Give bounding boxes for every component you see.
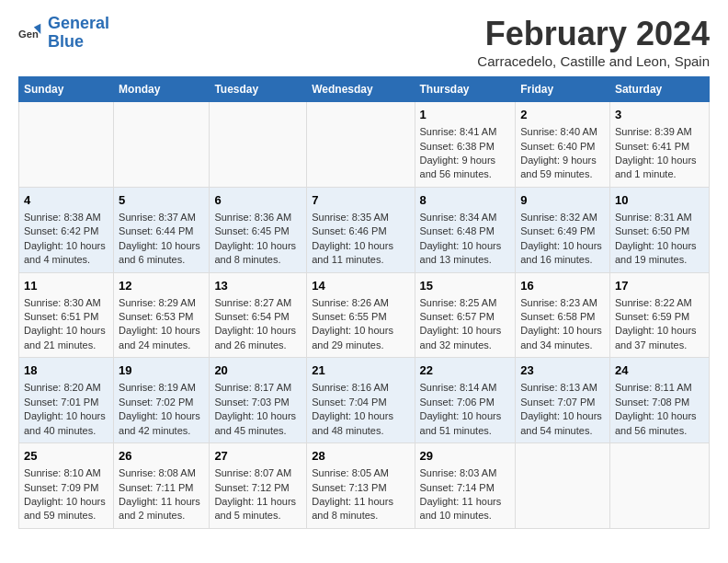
cell-text: Sunrise: 8:22 AM [615,296,704,310]
week-row-2: 11Sunrise: 8:30 AMSunset: 6:51 PMDayligh… [19,272,710,358]
calendar-cell: 21Sunrise: 8:16 AMSunset: 7:04 PMDayligh… [307,358,415,443]
cell-text: Daylight: 10 hours and 29 minutes. [312,324,409,352]
day-number: 4 [24,192,108,209]
calendar-cell: 23Sunrise: 8:13 AMSunset: 7:07 PMDayligh… [516,358,610,443]
cell-text: Daylight: 10 hours and 59 minutes. [24,495,108,523]
cell-text: Sunrise: 8:20 AM [24,381,108,395]
day-number: 2 [520,107,605,123]
calendar-cell: 24Sunrise: 8:11 AMSunset: 7:08 PMDayligh… [609,358,709,443]
cell-text: Sunrise: 8:08 AM [119,466,204,480]
cell-text: Sunset: 7:13 PM [312,481,409,495]
cell-text: Sunrise: 8:29 AM [119,296,204,310]
page-header: Gen General Blue February 2024 Carracede… [18,15,710,69]
day-number: 22 [420,362,511,379]
cell-text: Sunrise: 8:32 AM [520,211,605,224]
cell-text: Sunset: 6:49 PM [520,224,605,238]
week-row-4: 25Sunrise: 8:10 AMSunset: 7:09 PMDayligh… [19,443,710,529]
day-number: 17 [615,278,704,294]
calendar-cell: 8Sunrise: 8:34 AMSunset: 6:48 PMDaylight… [415,187,516,272]
cell-text: Sunset: 6:44 PM [119,224,204,238]
cell-text: Sunset: 7:09 PM [24,481,108,495]
cell-text: Sunset: 6:53 PM [119,310,204,324]
cell-text: Daylight: 10 hours and 51 minutes. [420,409,511,438]
cell-text: Sunset: 6:57 PM [420,310,511,324]
cell-text: Daylight: 10 hours and 24 minutes. [119,324,204,352]
cell-text: Sunrise: 8:30 AM [24,296,108,310]
day-number: 10 [615,192,704,209]
logo-icon: Gen [18,20,44,46]
day-number: 25 [24,448,108,465]
cell-text: Sunset: 6:48 PM [420,224,511,238]
cell-text: Sunrise: 8:41 AM [420,125,511,139]
day-number: 15 [420,278,511,294]
day-number: 3 [615,107,704,123]
header-monday: Monday [114,77,210,102]
cell-text: Daylight: 10 hours and 34 minutes. [520,324,605,352]
header-tuesday: Tuesday [210,77,307,102]
svg-text:Gen: Gen [18,28,39,39]
cell-text: Sunset: 6:58 PM [520,310,605,324]
calendar-cell: 14Sunrise: 8:26 AMSunset: 6:55 PMDayligh… [307,272,415,358]
cell-text: Daylight: 10 hours and 54 minutes. [520,409,605,438]
day-number: 28 [312,448,409,465]
calendar-cell: 12Sunrise: 8:29 AMSunset: 6:53 PMDayligh… [114,272,210,358]
logo: Gen General Blue [18,15,109,52]
calendar-cell [307,102,415,188]
cell-text: Daylight: 9 hours and 56 minutes. [420,154,511,182]
day-number: 1 [420,107,511,123]
logo-line2: Blue [48,32,84,51]
calendar-cell: 9Sunrise: 8:32 AMSunset: 6:49 PMDaylight… [516,187,610,272]
cell-text: Sunset: 7:06 PM [420,396,511,409]
cell-text: Sunrise: 8:39 AM [615,125,704,139]
cell-text: Sunrise: 8:40 AM [520,125,605,139]
calendar-cell: 11Sunrise: 8:30 AMSunset: 6:51 PMDayligh… [19,272,114,358]
day-number: 5 [119,192,204,209]
day-number: 27 [214,448,301,465]
cell-text: Daylight: 10 hours and 1 minute. [615,154,704,182]
calendar-header-row: SundayMondayTuesdayWednesdayThursdayFrid… [19,77,710,102]
cell-text: Sunrise: 8:05 AM [312,466,409,480]
cell-text: Sunset: 6:45 PM [214,224,301,238]
calendar-cell: 15Sunrise: 8:25 AMSunset: 6:57 PMDayligh… [415,272,516,358]
calendar-cell [114,102,210,188]
calendar-cell: 10Sunrise: 8:31 AMSunset: 6:50 PMDayligh… [609,187,709,272]
calendar-cell: 29Sunrise: 8:03 AMSunset: 7:14 PMDayligh… [415,443,516,529]
cell-text: Sunrise: 8:34 AM [420,211,511,224]
cell-text: Daylight: 10 hours and 13 minutes. [420,239,511,268]
cell-text: Sunset: 7:12 PM [214,481,301,495]
week-row-0: 1Sunrise: 8:41 AMSunset: 6:38 PMDaylight… [19,102,710,188]
cell-text: Sunset: 6:40 PM [520,140,605,154]
day-number: 13 [214,278,301,294]
header-wednesday: Wednesday [307,77,415,102]
day-number: 16 [520,278,605,294]
cell-text: Daylight: 11 hours and 5 minutes. [214,495,301,523]
day-number: 21 [312,362,409,379]
cell-text: Sunset: 6:41 PM [615,140,704,154]
cell-text: Daylight: 10 hours and 48 minutes. [312,409,409,438]
day-number: 29 [420,448,511,465]
cell-text: Sunset: 6:51 PM [24,310,108,324]
cell-text: Sunset: 6:50 PM [615,224,704,238]
cell-text: Sunrise: 8:07 AM [214,466,301,480]
calendar-cell: 3Sunrise: 8:39 AMSunset: 6:41 PMDaylight… [609,102,709,188]
calendar-cell: 18Sunrise: 8:20 AMSunset: 7:01 PMDayligh… [19,358,114,443]
cell-text: Sunrise: 8:31 AM [615,211,704,224]
cell-text: Sunrise: 8:23 AM [520,296,605,310]
calendar-cell: 28Sunrise: 8:05 AMSunset: 7:13 PMDayligh… [307,443,415,529]
header-sunday: Sunday [19,77,114,102]
cell-text: Daylight: 10 hours and 19 minutes. [615,239,704,268]
cell-text: Daylight: 10 hours and 6 minutes. [119,239,204,268]
day-number: 18 [24,362,108,379]
calendar-cell [19,102,114,188]
day-number: 20 [214,362,301,379]
cell-text: Sunrise: 8:37 AM [119,211,204,224]
title-block: February 2024 Carracedelo, Castille and … [477,15,710,69]
cell-text: Sunset: 6:54 PM [214,310,301,324]
day-number: 26 [119,448,204,465]
cell-text: Sunrise: 8:27 AM [214,296,301,310]
logo-text: General Blue [48,15,109,52]
cell-text: Sunset: 6:42 PM [24,224,108,238]
calendar-table: SundayMondayTuesdayWednesdayThursdayFrid… [18,76,710,529]
cell-text: Daylight: 10 hours and 4 minutes. [24,239,108,268]
cell-text: Daylight: 11 hours and 10 minutes. [420,495,511,523]
